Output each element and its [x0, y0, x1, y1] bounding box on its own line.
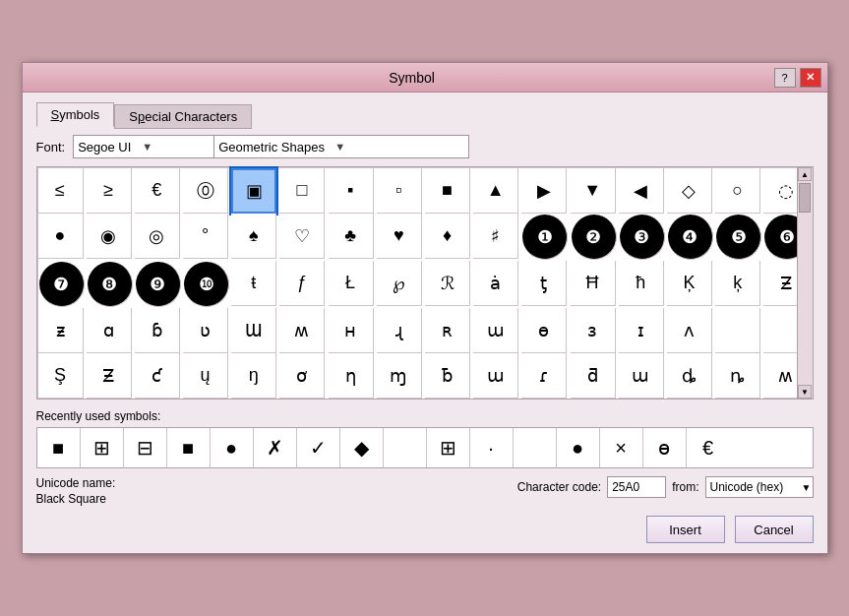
symbol-cell[interactable]: ƀ [425, 353, 470, 399]
symbol-cell[interactable]: ƞ [329, 353, 374, 399]
symbol-cell[interactable]: ƈ [135, 353, 180, 399]
symbol-cell[interactable]: ɯ [619, 353, 664, 399]
symbol-cell[interactable]: ȧ [473, 261, 518, 306]
from-select[interactable]: Unicode (hex) Unicode (dec) ASCII (dec) … [705, 476, 814, 498]
symbol-cell[interactable]: ℛ [425, 261, 470, 306]
symbol-cell[interactable]: ❺ [716, 215, 761, 260]
symbol-cell[interactable]: ○ [715, 168, 760, 214]
symbol-cell[interactable]: ❾ [136, 262, 181, 307]
recent-symbol-cell[interactable]: ✓ [297, 428, 340, 467]
symbol-cell[interactable]: ♠ [231, 214, 276, 259]
symbol-cell[interactable]: ● [38, 214, 84, 259]
symbol-scrollbar[interactable]: ▲ ▼ [797, 167, 813, 399]
symbol-cell[interactable]: ƌ [571, 353, 616, 399]
symbol-cell[interactable]: ʀ [425, 308, 470, 353]
symbol-cell[interactable]: ⓪ [183, 168, 228, 214]
symbol-cell[interactable]: ℘ [377, 261, 422, 306]
subset-select[interactable]: Geometric Shapes [213, 135, 469, 158]
symbol-cell[interactable]: ▼ [571, 168, 616, 214]
symbol-cell[interactable]: ɑ [87, 308, 132, 353]
symbol-cell[interactable] [715, 308, 760, 353]
symbol-cell[interactable]: ▪ [329, 168, 374, 214]
symbol-cell[interactable]: ŋ [231, 353, 276, 399]
symbol-cell[interactable]: ◀ [619, 168, 664, 214]
recent-symbol-cell[interactable]: ɵ [643, 428, 687, 467]
recent-symbol-cell[interactable]: ⊞ [81, 428, 124, 467]
symbol-cell[interactable]: ◎ [135, 214, 180, 259]
help-button[interactable]: ? [774, 68, 796, 88]
recent-symbol-cell[interactable] [514, 428, 557, 467]
recent-symbol-cell[interactable]: ◆ [340, 428, 384, 467]
recent-symbol-cell[interactable]: ■ [167, 428, 211, 467]
symbol-cell[interactable]: ≥ [87, 168, 132, 214]
symbol-cell[interactable]: ❸ [620, 215, 665, 260]
symbol-cell[interactable]: ƶ [38, 308, 84, 353]
symbol-cell[interactable]: ▶ [521, 168, 567, 214]
recent-symbol-cell[interactable]: ● [211, 428, 254, 467]
tab-symbols[interactable]: Symbols [36, 102, 115, 127]
symbol-cell[interactable]: ʍ [279, 308, 325, 353]
recent-symbol-cell[interactable] [384, 428, 427, 467]
symbol-cell[interactable]: ♥ [377, 214, 422, 259]
symbol-cell[interactable]: Ƶ [87, 353, 132, 399]
cancel-button[interactable]: Cancel [735, 516, 814, 543]
symbol-cell[interactable]: ▣ [231, 168, 276, 214]
symbol-cell[interactable]: ɻ [377, 308, 422, 353]
symbol-cell[interactable]: ♯ [473, 214, 518, 259]
symbol-cell[interactable]: ❼ [39, 262, 85, 307]
symbol-cell[interactable]: Ł [329, 261, 374, 306]
symbol-cell[interactable]: ♡ [279, 214, 325, 259]
recent-symbol-cell[interactable]: ■ [37, 428, 81, 467]
symbol-cell[interactable]: ▫ [377, 168, 422, 214]
tab-special-characters[interactable]: Special Characters [114, 104, 252, 129]
symbol-cell[interactable]: ɾ [521, 353, 567, 399]
close-button[interactable]: ✕ [800, 68, 821, 88]
symbol-cell[interactable]: ■ [425, 168, 470, 214]
symbol-cell[interactable]: ≤ [38, 168, 84, 214]
symbol-cell[interactable]: ȵ [715, 353, 760, 399]
symbol-cell[interactable]: Ş [38, 353, 84, 399]
scroll-thumb[interactable] [799, 183, 811, 213]
symbol-cell[interactable]: ◉ [87, 214, 132, 259]
symbol-cell[interactable]: € [135, 168, 180, 214]
symbol-cell[interactable]: ▲ [473, 168, 518, 214]
symbol-cell[interactable]: ȡ [667, 353, 712, 399]
char-code-input[interactable] [607, 476, 666, 498]
symbol-cell[interactable]: ❿ [184, 262, 229, 307]
symbol-cell[interactable]: ❶ [522, 215, 568, 260]
symbol-cell[interactable]: ɵ [521, 308, 567, 353]
recent-symbol-cell[interactable]: × [600, 428, 643, 467]
scroll-up-btn[interactable]: ▲ [798, 167, 812, 181]
symbol-cell[interactable]: ʜ [329, 308, 374, 353]
symbol-cell[interactable]: ƫ [521, 261, 567, 306]
symbol-cell[interactable]: ❷ [572, 215, 617, 260]
recent-symbol-cell[interactable]: ⊞ [427, 428, 470, 467]
symbol-cell[interactable]: ŧ [231, 261, 276, 306]
symbol-cell[interactable]: ɯ [473, 308, 518, 353]
symbol-cell[interactable]: ♦ [425, 214, 470, 259]
recent-symbol-cell[interactable]: ● [557, 428, 600, 467]
recent-symbol-cell[interactable]: ⊟ [124, 428, 167, 467]
symbol-cell[interactable]: Ķ [667, 261, 712, 306]
symbol-cell[interactable]: ❹ [668, 215, 713, 260]
symbol-cell[interactable]: □ [279, 168, 325, 214]
symbol-cell[interactable]: ɪ [619, 308, 664, 353]
symbol-cell[interactable]: Ɯ [231, 308, 276, 353]
symbol-cell[interactable]: ɜ [571, 308, 616, 353]
symbol-cell[interactable]: ♣ [329, 214, 374, 259]
symbol-cell[interactable]: ħ [619, 261, 664, 306]
symbol-cell[interactable]: ų [183, 353, 228, 399]
symbol-cell[interactable]: ɯ [473, 353, 518, 399]
recent-symbol-cell[interactable]: € [687, 428, 730, 467]
symbol-cell[interactable]: ɱ [377, 353, 422, 399]
symbol-cell[interactable]: ƒ [279, 261, 325, 306]
symbol-cell[interactable]: ʌ [667, 308, 712, 353]
symbol-cell[interactable]: ķ [715, 261, 760, 306]
symbol-cell[interactable]: ° [183, 214, 228, 259]
symbol-cell[interactable]: ◇ [667, 168, 712, 214]
symbol-cell[interactable]: ʋ [183, 308, 228, 353]
recent-symbol-cell[interactable]: · [470, 428, 514, 467]
scroll-down-btn[interactable]: ▼ [798, 385, 812, 399]
insert-button[interactable]: Insert [646, 516, 725, 543]
recent-symbol-cell[interactable]: ✗ [254, 428, 297, 467]
